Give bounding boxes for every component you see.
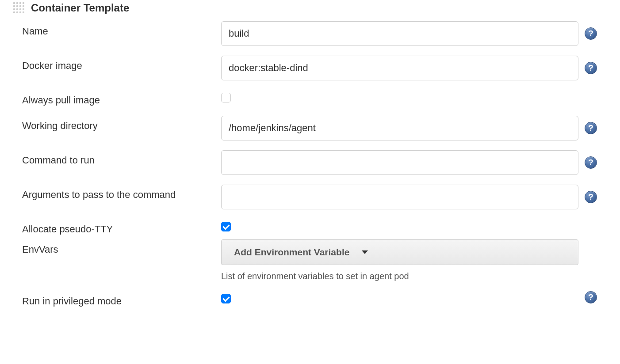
help-icon[interactable]: ? <box>585 291 597 303</box>
row-allocate-tty: Allocate pseudo-TTY <box>0 219 620 235</box>
envvars-hint: List of environment variables to set in … <box>221 271 578 281</box>
row-command: Command to run ? <box>0 150 620 175</box>
help-icon[interactable]: ? <box>585 122 597 134</box>
drag-handle-icon[interactable] <box>13 2 25 14</box>
docker-image-input[interactable] <box>221 56 578 80</box>
help-icon[interactable]: ? <box>585 191 597 203</box>
label-arguments: Arguments to pass to the command <box>22 185 221 201</box>
help-icon[interactable]: ? <box>585 27 597 40</box>
row-envvars: EnvVars Add Environment Variable List of… <box>0 239 620 281</box>
working-directory-input[interactable] <box>221 116 578 140</box>
help-icon[interactable]: ? <box>585 156 597 169</box>
row-arguments: Arguments to pass to the command ? <box>0 185 620 209</box>
row-working-directory: Working directory ? <box>0 116 620 140</box>
label-command: Command to run <box>22 150 221 166</box>
label-working-directory: Working directory <box>22 116 221 132</box>
label-name: Name <box>22 21 221 37</box>
row-name: Name ? <box>0 21 620 46</box>
label-envvars: EnvVars <box>22 239 221 255</box>
add-env-var-label: Add Environment Variable <box>234 247 349 258</box>
row-always-pull: Always pull image <box>0 90 620 106</box>
section-title: Container Template <box>31 2 129 14</box>
name-input[interactable] <box>221 21 578 46</box>
container-template-section: Container Template Name ? Docker image ?… <box>0 0 620 307</box>
section-header: Container Template <box>0 2 620 21</box>
chevron-down-icon <box>362 250 368 254</box>
row-privileged: Run in privileged mode ? <box>0 291 620 307</box>
row-docker-image: Docker image ? <box>0 56 620 80</box>
allocate-tty-checkbox[interactable] <box>221 222 231 231</box>
label-allocate-tty: Allocate pseudo-TTY <box>22 219 221 235</box>
arguments-input[interactable] <box>221 185 578 209</box>
help-icon[interactable]: ? <box>585 62 597 74</box>
label-always-pull: Always pull image <box>22 90 221 106</box>
always-pull-checkbox[interactable] <box>221 93 231 102</box>
command-input[interactable] <box>221 150 578 175</box>
privileged-checkbox[interactable] <box>221 294 231 303</box>
label-privileged: Run in privileged mode <box>22 291 221 307</box>
label-docker-image: Docker image <box>22 56 221 72</box>
add-env-var-button[interactable]: Add Environment Variable <box>221 239 578 265</box>
